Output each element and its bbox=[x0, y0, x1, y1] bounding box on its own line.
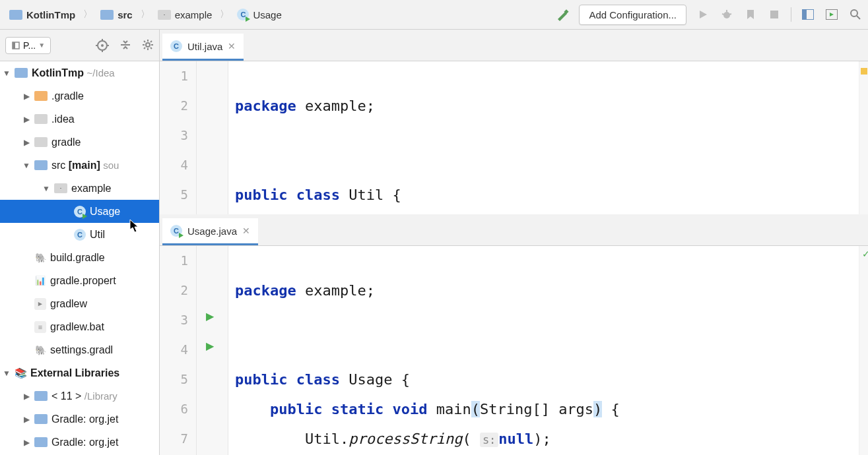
tree-node[interactable]: ▼src [main] sou bbox=[0, 154, 159, 177]
close-icon[interactable]: ✕ bbox=[242, 226, 250, 236]
project-sidebar: P... ▼ ▼KotlinTmp ~/Idea▶.gradle▶.idea▶g… bbox=[0, 30, 160, 455]
kw: class bbox=[296, 187, 340, 203]
editor-area: C Util.java ✕ 12345 package example; pub… bbox=[160, 30, 868, 455]
run-gutter-icon[interactable]: ▶ bbox=[206, 310, 214, 322]
kw: public bbox=[235, 187, 287, 203]
kw: void bbox=[392, 401, 427, 417]
code-area[interactable]: package example; public class Util { pub… bbox=[228, 61, 859, 214]
code-text: example; bbox=[296, 282, 375, 299]
tree-node[interactable]: ▶gradle bbox=[0, 131, 159, 154]
src-folder-icon bbox=[100, 10, 114, 20]
tree-node[interactable]: ▶Gradle: org.jet bbox=[0, 431, 159, 454]
stop-icon[interactable] bbox=[767, 7, 782, 22]
project-tree[interactable]: ▼KotlinTmp ~/Idea▶.gradle▶.idea▶gradle▼s… bbox=[0, 61, 159, 455]
run-gutter-icon[interactable]: ▶ bbox=[206, 340, 214, 352]
crumb-project[interactable]: KotlinTmp bbox=[5, 7, 79, 23]
svg-line-3 bbox=[722, 14, 724, 15]
tree-node[interactable]: 🐘settings.gradl bbox=[0, 338, 159, 361]
code-text: Util { bbox=[340, 187, 401, 203]
marker-column: ✓ bbox=[859, 246, 868, 455]
code-text: ( bbox=[462, 431, 480, 447]
run-window-icon[interactable] bbox=[824, 7, 839, 22]
editor-tabs-top: C Util.java ✕ bbox=[160, 30, 868, 61]
method-call: processString bbox=[349, 431, 462, 447]
tree-node[interactable]: ▶Gradle: org.jet bbox=[0, 408, 159, 431]
tree-node[interactable]: ▼KotlinTmp ~/Idea bbox=[0, 61, 159, 84]
search-icon[interactable] bbox=[848, 7, 863, 22]
paren: ) bbox=[593, 401, 602, 417]
svg-line-26 bbox=[150, 47, 152, 49]
mouse-cursor bbox=[129, 219, 140, 233]
tree-node[interactable]: ≡gradlew.bat bbox=[0, 315, 159, 338]
editor-util[interactable]: 12345 package example; public class Util… bbox=[160, 61, 868, 214]
chevron-right-icon: 〉 bbox=[139, 9, 151, 20]
collapse-icon[interactable] bbox=[119, 39, 131, 52]
svg-line-25 bbox=[144, 41, 145, 42]
build-icon[interactable] bbox=[555, 7, 570, 22]
chevron-right-icon: 〉 bbox=[82, 9, 94, 20]
tree-node[interactable]: ▸gradlew bbox=[0, 292, 159, 315]
tree-node[interactable]: ▶.idea bbox=[0, 107, 159, 131]
kw: null bbox=[498, 431, 533, 447]
crumb-label: src bbox=[117, 9, 133, 20]
svg-point-1 bbox=[723, 12, 730, 18]
coverage-icon[interactable] bbox=[743, 7, 758, 22]
svg-rect-7 bbox=[802, 9, 807, 20]
code-area[interactable]: package example; public class Usage { pu… bbox=[228, 246, 859, 455]
locate-icon[interactable] bbox=[96, 39, 109, 52]
kw: class bbox=[296, 371, 340, 388]
project-icon bbox=[11, 41, 20, 50]
tree-node[interactable]: ▶.gradle bbox=[0, 84, 159, 107]
package-icon bbox=[158, 10, 171, 20]
tab-util[interactable]: C Util.java ✕ bbox=[162, 34, 244, 61]
crumb-class[interactable]: C Usage bbox=[233, 6, 285, 23]
add-configuration-button[interactable]: Add Configuration... bbox=[579, 5, 686, 25]
svg-line-28 bbox=[150, 41, 152, 42]
svg-rect-5 bbox=[770, 11, 778, 18]
line-gutter: 12345 bbox=[160, 61, 197, 214]
warning-marker[interactable] bbox=[861, 68, 867, 75]
crumb-package[interactable]: example bbox=[154, 7, 217, 23]
separator bbox=[791, 7, 791, 22]
editor-usage[interactable]: 1234567 ▶ ▶ package example; public clas… bbox=[160, 246, 868, 455]
line-gutter: 1234567 bbox=[160, 246, 197, 455]
tree-node[interactable]: 🐘build.gradle bbox=[0, 246, 159, 269]
tree-node[interactable]: ▶< 11 > /Library bbox=[0, 384, 159, 408]
crumb-src[interactable]: src bbox=[96, 7, 137, 23]
code-text: example; bbox=[296, 98, 375, 114]
close-icon[interactable]: ✕ bbox=[228, 41, 236, 51]
sidebar-header: P... ▼ bbox=[0, 30, 159, 61]
tab-usage[interactable]: C Usage.java ✕ bbox=[162, 218, 258, 245]
module-icon bbox=[9, 10, 22, 20]
run-icon[interactable] bbox=[696, 7, 710, 22]
gear-icon[interactable] bbox=[142, 39, 154, 52]
debug-icon[interactable] bbox=[719, 7, 734, 22]
breadcrumb: KotlinTmp 〉 src 〉 example 〉 C Usage bbox=[5, 6, 555, 23]
kw: package bbox=[235, 282, 296, 299]
ok-marker[interactable]: ✓ bbox=[862, 249, 868, 255]
crumb-label: Usage bbox=[253, 9, 281, 20]
class-icon: C bbox=[170, 40, 182, 52]
project-view-selector[interactable]: P... ▼ bbox=[5, 37, 51, 54]
selector-label: P... bbox=[23, 40, 36, 51]
class-run-icon: C bbox=[237, 9, 249, 20]
code-text: Util. bbox=[235, 431, 349, 447]
svg-rect-12 bbox=[13, 42, 15, 49]
svg-point-14 bbox=[101, 44, 104, 47]
editor-tabs-bottom: C Usage.java ✕ bbox=[160, 214, 868, 246]
kw-package: package bbox=[235, 98, 296, 114]
chevron-right-icon: 〉 bbox=[218, 9, 230, 20]
code-text: String[] args bbox=[480, 401, 593, 417]
toolbar-actions: Add Configuration... bbox=[555, 5, 863, 25]
tree-node[interactable]: 📊gradle.propert bbox=[0, 269, 159, 292]
code-text: main bbox=[427, 401, 471, 417]
main-toolbar: KotlinTmp 〉 src 〉 example 〉 C Usage Add … bbox=[0, 0, 868, 30]
class-run-icon: C bbox=[170, 225, 182, 237]
svg-point-20 bbox=[146, 43, 150, 47]
layout-icon[interactable] bbox=[801, 7, 815, 22]
icon-gutter: ▶ ▶ bbox=[197, 246, 228, 455]
param-hint: s: bbox=[480, 433, 498, 447]
kw: static bbox=[331, 401, 384, 417]
tree-node[interactable]: ▼example bbox=[0, 177, 159, 200]
tree-node[interactable]: ▼📚External Libraries bbox=[0, 361, 159, 384]
